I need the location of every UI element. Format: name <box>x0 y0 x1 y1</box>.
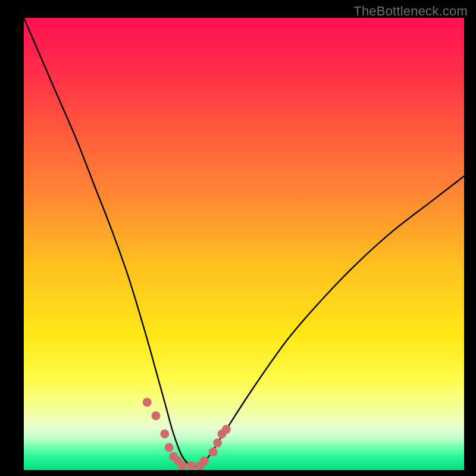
marker-dot <box>209 447 218 456</box>
marker-dot <box>222 425 231 434</box>
watermark-text: TheBottleneck.com <box>353 4 468 19</box>
marker-dot <box>187 461 196 470</box>
marker-dot <box>200 456 209 465</box>
marker-dot <box>143 398 152 407</box>
marker-dot <box>165 443 174 452</box>
marker-dot <box>213 439 222 447</box>
marker-dot <box>160 430 169 439</box>
bottleneck-chart <box>24 18 464 470</box>
plot-area <box>24 18 464 470</box>
chart-frame: TheBottleneck.com <box>0 0 476 476</box>
marker-dot <box>178 461 187 470</box>
marker-dot <box>152 411 161 420</box>
